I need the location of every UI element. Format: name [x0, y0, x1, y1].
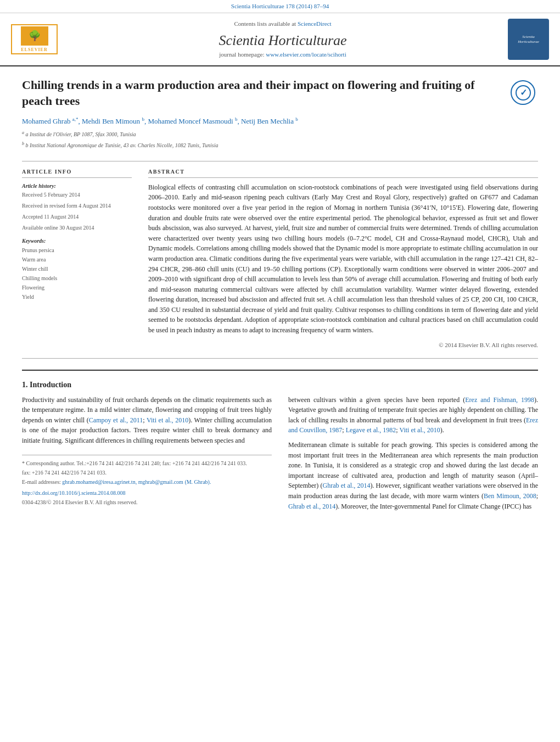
footnote-email: E-mail addresses: ghrab.mohamed@iresa.ag…: [22, 478, 272, 486]
elsevier-tree-icon: 🌳: [21, 26, 48, 46]
journal-homepage: journal homepage: www.elsevier.com/locat…: [60, 51, 505, 59]
intro-para-1: Productivity and sustainability of fruit…: [22, 395, 272, 446]
contents-label: Contents lists available at: [234, 20, 296, 27]
affiliation-a: a a Institut de l'Olivier, BP 1087, Sfax…: [22, 130, 500, 138]
journal-logo-right: ScientiaHorticulturae: [505, 19, 549, 60]
keyword-2: Warm area: [22, 255, 132, 264]
contents-line: Contents lists available at ScienceDirec…: [60, 20, 505, 28]
article-title-text: Chilling trends in a warm production are…: [22, 77, 500, 152]
keyword-5: Flowering: [22, 283, 132, 292]
keyword-3: Winter chill: [22, 265, 132, 274]
ref-campoy[interactable]: Campoy et al., 2011: [89, 416, 143, 424]
article-title: Chilling trends in a warm production are…: [22, 77, 500, 109]
journal-header: 🌳 ELSEVIER Contents lists available at S…: [0, 13, 560, 66]
journal-ref-text: Scientia Horticulturae 178 (2014) 87–94: [231, 3, 329, 9]
author-1-sup: a,*: [72, 116, 79, 122]
svg-text:✓: ✓: [519, 88, 527, 97]
info-abstract-section: ARTICLE INFO Article history: Received 5…: [22, 168, 538, 349]
scientia-logo-text: ScientiaHorticulturae: [518, 35, 539, 44]
crossmark-icon: ✓: [511, 80, 535, 105]
abstract-heading: ABSTRACT: [148, 168, 538, 178]
keywords-label: Keywords:: [22, 237, 132, 245]
section-divider-2: [22, 358, 538, 359]
ref-erez-fishman[interactable]: Erez and Fishman, 1998: [465, 396, 534, 404]
intro-section-number: 1. Introduction: [22, 380, 538, 390]
journal-title: Scientia Horticulturae: [60, 31, 505, 51]
keyword-4: Chilling models: [22, 274, 132, 283]
intro-col-right: between cultivars within a given species…: [288, 395, 538, 516]
author-4-sup: b: [295, 116, 298, 122]
doi-line[interactable]: http://dx.doi.org/10.1016/j.scienta.2014…: [22, 489, 272, 497]
authors-line: Mohamed Ghrab a,*, Mehdi Ben Mimoun b, M…: [22, 116, 500, 127]
article-container: Chilling trends in a warm production are…: [0, 66, 560, 527]
keyword-1: Prunus persica: [22, 246, 132, 255]
sciencedirect-link[interactable]: ScienceDirect: [298, 20, 332, 27]
ref-viti-2[interactable]: Viti et al., 2010: [399, 426, 440, 434]
article-title-section: Chilling trends in a warm production are…: [22, 77, 538, 152]
ref-legave[interactable]: Legave et al., 1982: [346, 426, 396, 434]
footnote-star: * Corresponding author. Tel.:+216 74 241…: [22, 460, 272, 467]
elsevier-logo: 🌳 ELSEVIER: [11, 24, 60, 54]
author-1[interactable]: Mohamed Ghrab: [22, 117, 70, 125]
received-date: Received 5 February 2014: [22, 191, 132, 199]
journal-center-info: Contents lists available at ScienceDirec…: [60, 20, 505, 59]
author-3-sup: b: [235, 116, 238, 122]
ref-ghrab-2014b[interactable]: Ghrab et al., 2014: [288, 503, 335, 510]
intro-section-title: Introduction: [30, 381, 71, 389]
abstract-text: Biological effects of contrasting chill …: [148, 182, 538, 336]
article-info-heading: ARTICLE INFO: [22, 168, 132, 178]
footnote-email-link[interactable]: ghrab.mohamed@iresa.agrinet.tn, mghrab@g…: [62, 479, 211, 485]
homepage-label: journal homepage:: [219, 51, 264, 58]
elsevier-label-text: ELSEVIER: [21, 47, 47, 53]
homepage-link[interactable]: www.elsevier.com/locate/scihorti: [266, 51, 346, 58]
footnote-fax: fax: +216 74 241 442/216 74 241 033.: [22, 469, 272, 477]
ref-ghrab-2014[interactable]: Ghrab et al., 2014: [323, 482, 371, 489]
intro-para-2: between cultivars within a given species…: [288, 395, 538, 512]
ref-ben-mimoun[interactable]: Ben Mimoun, 2008: [484, 492, 536, 500]
author-2[interactable]: Mehdi Ben Mimoun: [82, 117, 140, 125]
journal-reference-bar: Scientia Horticulturae 178 (2014) 87–94: [0, 0, 560, 13]
issn-line: 0304-4238/© 2014 Elsevier B.V. All right…: [22, 499, 272, 506]
intro-col-left: Productivity and sustainability of fruit…: [22, 395, 272, 516]
footnotes: * Corresponding author. Tel.:+216 74 241…: [22, 455, 272, 506]
introduction-section: 1. Introduction Productivity and sustain…: [22, 370, 538, 516]
author-2-sup: b: [142, 116, 144, 122]
accepted-date: Accepted 11 August 2014: [22, 213, 132, 221]
ref-viti[interactable]: Viti et al., 2010: [147, 416, 188, 424]
scientia-logo-box: ScientiaHorticulturae: [508, 19, 549, 60]
keywords-list: Prunus persica Warm area Winter chill Ch…: [22, 246, 132, 302]
revised-date: Received in revised form 4 August 2014: [22, 202, 132, 210]
affiliation-b: b b Institut National Agronomique de Tun…: [22, 141, 500, 149]
article-info-column: ARTICLE INFO Article history: Received 5…: [22, 168, 132, 349]
intro-two-col: Productivity and sustainability of fruit…: [22, 395, 538, 516]
history-label: Article history:: [22, 182, 132, 190]
author-3[interactable]: Mohamed Moncef Masmoudi: [148, 117, 233, 125]
online-date: Available online 30 August 2014: [22, 224, 132, 232]
crossmark-logo[interactable]: ✓: [511, 80, 538, 108]
abstract-copyright: © 2014 Elsevier B.V. All rights reserved…: [148, 341, 538, 349]
keyword-6: Yield: [22, 293, 132, 302]
abstract-column: ABSTRACT Biological effects of contrasti…: [148, 168, 538, 349]
author-4[interactable]: Netij Ben Mechlia: [241, 117, 294, 125]
section-divider-1: [22, 161, 538, 161]
